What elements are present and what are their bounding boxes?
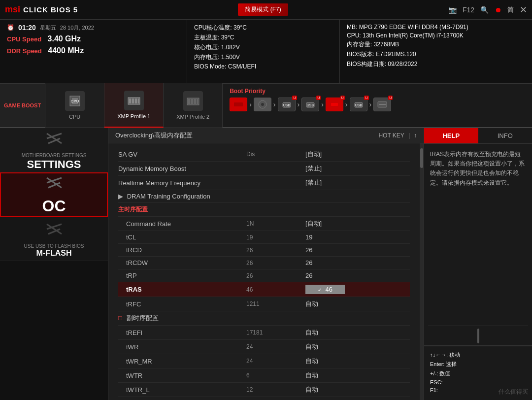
lang-button[interactable]: 简 — [507, 5, 514, 14]
oc-icon — [44, 174, 64, 195]
boot-arrow-1: › — [249, 100, 252, 108]
svg-rect-10 — [191, 99, 193, 104]
realtime-freq-label: Realtime Memory Frequency — [118, 179, 246, 187]
cpu-info: CPU: 13th Gen Intel(R) Core(TM) i7-13700… — [347, 32, 525, 39]
twtr-mid: 6 — [246, 372, 305, 379]
realtime-freq-value: [禁止] — [305, 178, 322, 187]
sub-timing-header: □ 副时序配置 — [118, 311, 410, 326]
boost-xmp1[interactable]: XMP Profile 1 — [104, 83, 164, 128]
boot-device-usb1[interactable]: U USB — [278, 98, 296, 111]
boot-device-net[interactable]: U — [373, 98, 391, 111]
ddr-speed-label: DDR Speed — [7, 47, 42, 55]
boot-priority-title: Boot Priority — [230, 88, 525, 95]
cpu-temp: CPU核心温度: 39°C — [194, 24, 332, 32]
mem-voltage: 内存电压: 1.500V — [194, 53, 332, 62]
pipe-icon: | — [408, 132, 410, 139]
sidebar-item-settings[interactable]: Motherboard settings SETTINGS — [0, 128, 108, 172]
mem-capacity: 内存容量: 32768MB — [347, 40, 525, 49]
dynamic-memory-label: Dynamic Memory Boost — [118, 165, 246, 172]
back-icon[interactable]: ↑ — [414, 132, 417, 139]
easy-mode-button[interactable]: 简易模式 (F7) — [238, 3, 288, 16]
scroll-thumb[interactable] — [420, 148, 423, 168]
nav-hint-value: +/-: 数值 — [430, 370, 526, 377]
boost-xmp2[interactable]: XMP Profile 2 — [164, 83, 223, 128]
tcl-label: tCL — [118, 233, 246, 241]
boost-cpu[interactable]: CPU CPU — [45, 83, 104, 128]
search-icon[interactable]: 🔍 — [480, 6, 489, 14]
header-bar: msi CLICK BIOS 5 简易模式 (F7) 📷 F12 🔍 ⏺ 简 ✕ — [0, 0, 532, 20]
time-row: ⏰ 01:20 星期五 28 10月, 2022 — [7, 24, 180, 32]
row-trcdw[interactable]: tRCDW 26 26 — [118, 257, 410, 269]
header-center: 简易模式 (F7) — [78, 3, 448, 16]
center-panel: Overclocking\高级内存配置 HOT KEY | ↑ SA GV Di… — [108, 128, 424, 400]
boost-xmp2-label: XMP Profile 2 — [176, 114, 209, 120]
tab-info[interactable]: INFO — [478, 128, 532, 143]
svg-rect-14 — [234, 102, 243, 106]
right-scroll-thumb[interactable] — [477, 329, 479, 343]
row-trrd[interactable]: tRRD 10 自动 — [118, 397, 410, 400]
info-left: ⏰ 01:20 星期五 28 10月, 2022 CPU Speed 3.40 … — [0, 20, 187, 83]
game-boost-label: GAME BOOST — [0, 84, 45, 127]
boot-device-hdd[interactable] — [230, 98, 247, 111]
row-trcd[interactable]: tRCD 26 26 — [118, 244, 410, 257]
row-twr[interactable]: tWR 24 自动 — [118, 340, 410, 354]
boot-device-disk[interactable] — [254, 98, 271, 111]
row-trp[interactable]: tRP 26 26 — [118, 269, 410, 282]
bios-build-date: BIOS构建日期: 09/28/2022 — [347, 60, 525, 68]
trcd-label: tRCD — [118, 246, 246, 254]
settings-label: SETTINGS — [27, 158, 81, 171]
row-tcl[interactable]: tCL 19 19 — [118, 231, 410, 244]
bios-version: BIOS版本: E7D91IMS.120 — [347, 50, 525, 59]
boot-arrow-2: › — [273, 100, 276, 108]
right-tabs: HELP INFO — [424, 128, 532, 144]
cpu-speed-label: CPU Speed — [7, 35, 41, 43]
svg-rect-12 — [197, 99, 198, 104]
twtr-value: 自动 — [305, 371, 318, 380]
usb1-icon: U USB — [278, 98, 296, 111]
boot-device-red[interactable]: U — [326, 98, 343, 111]
scroll-indicator[interactable] — [420, 143, 424, 400]
screenshot-icon[interactable]: 📷 — [448, 6, 457, 14]
tab-help[interactable]: HELP — [424, 128, 478, 143]
tras-value-box[interactable]: 46 — [305, 285, 345, 294]
row-dynamic-memory[interactable]: Dynamic Memory Boost [禁止] — [118, 162, 410, 176]
boot-arrow-6: › — [369, 100, 372, 108]
info-bar: ⏰ 01:20 星期五 28 10月, 2022 CPU Speed 3.40 … — [0, 20, 532, 84]
panel-content: SA GV Dis [自动] Dynamic Memory Boost [禁止]… — [108, 143, 420, 400]
date-display: 28 10月, 2022 — [60, 24, 94, 32]
row-trefi[interactable]: tREFI 17181 自动 — [118, 326, 410, 340]
mflash-label: M-FLASH — [36, 249, 72, 258]
svg-rect-9 — [188, 99, 190, 104]
close-button[interactable]: ✕ — [520, 4, 527, 15]
twr-mr-label: tWR_MR — [118, 358, 246, 365]
svg-text:USB: USB — [355, 103, 362, 107]
row-twr-mr[interactable]: tWR_MR 24 自动 — [118, 354, 410, 368]
twtr-l-mid: 12 — [246, 386, 305, 393]
row-sa-gv[interactable]: SA GV Dis [自动] — [118, 147, 410, 162]
sidebar-item-oc[interactable]: OC — [0, 172, 108, 217]
row-twtr[interactable]: tWTR 6 自动 — [118, 368, 410, 383]
row-dram-training[interactable]: ▶ DRAM Training Configuration — [118, 190, 410, 203]
game-boost-bar: GAME BOOST CPU CPU XMP Profile 1 XMP Pro… — [0, 84, 532, 128]
cpu-speed-value: 3.40 GHz — [48, 34, 81, 43]
record-icon[interactable]: ⏺ — [495, 6, 501, 14]
row-realtime-freq[interactable]: Realtime Memory Frequency [禁止] — [118, 176, 410, 190]
header-right: 📷 F12 🔍 ⏺ 简 ✕ — [448, 4, 527, 15]
info-mid: CPU核心温度: 39°C 主板温度: 39°C 核心电压: 1.082V 内存… — [187, 20, 340, 83]
row-trfc[interactable]: tRFC 1211 自动 — [118, 297, 410, 311]
row-command-rate[interactable]: Command Rate 1N [自动] — [118, 217, 410, 231]
nav-hint-esc: ESC: — [430, 379, 526, 385]
svg-rect-7 — [138, 99, 139, 103]
row-twtr-l[interactable]: tWTR_L 12 自动 — [118, 383, 410, 397]
row-tras[interactable]: tRAS 46 46 — [118, 282, 410, 297]
tras-mid: 46 — [246, 286, 305, 293]
sub-timing-label: □ 副时序配置 — [118, 314, 246, 323]
boot-device-usb3[interactable]: U USB — [350, 98, 367, 111]
svg-text:CPU: CPU — [70, 99, 79, 103]
twtr-l-value: 自动 — [305, 385, 318, 394]
sidebar-item-mflash[interactable]: Use USB to flash BIOS M-FLASH — [0, 217, 108, 261]
sa-gv-mid: Dis — [246, 151, 305, 158]
dram-training-label: ▶ DRAM Training Configuration — [118, 193, 246, 200]
boot-device-usb2[interactable]: U USB — [301, 98, 319, 111]
twr-mr-mid: 24 — [246, 358, 305, 365]
